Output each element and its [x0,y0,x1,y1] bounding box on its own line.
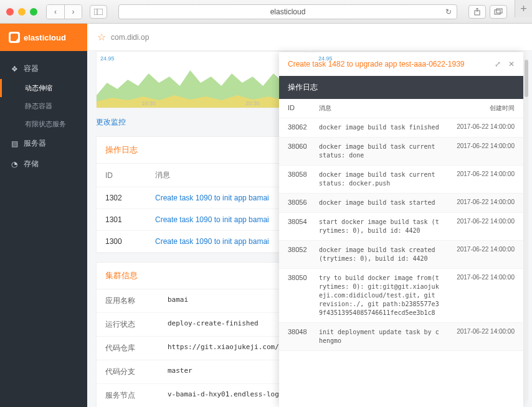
share-icon [473,8,481,16]
breadcrumb: ☆ com.didi.op [87,24,532,51]
server-icon: ▤ [10,139,19,148]
log-link[interactable]: Create task 1090 to init app bamai [155,194,269,202]
drawer-row: 38060docker image build task current sta… [279,138,523,166]
close-icon[interactable]: ✕ [508,60,515,68]
sidebar-toggle-button[interactable] [90,5,107,19]
sidebar-item-containers[interactable]: ❖ 容器 [0,58,87,79]
tabs-icon [494,8,503,16]
forward-button[interactable]: › [64,5,82,19]
sidebar-item-storage[interactable]: ◔ 存储 [0,154,87,174]
sidebar-item-servers[interactable]: ▤ 服务器 [0,133,87,154]
tabs-button[interactable] [490,5,507,19]
drawer-col-msg: 消息 [319,104,441,113]
drawer-row: 38054start docker image build task (tryt… [279,213,523,241]
sidebar-sub-static[interactable]: 静态容器 [0,97,87,115]
drawer-row: 38050try to build docker image from(tryt… [279,269,523,323]
cube-icon: ❖ [10,65,19,73]
close-window[interactable] [6,8,14,16]
log-link[interactable]: Create task 1090 to init app bamai [155,237,269,246]
log-col-id: ID [97,164,146,187]
task-drawer: Create task 1482 to upgrade app test-aaa… [279,52,523,407]
brand-text: elasticloud [24,33,66,42]
address-bar[interactable]: elasticloud ↻ [118,4,457,19]
back-button[interactable]: ‹ [47,5,64,19]
window-controls[interactable] [6,8,37,16]
sidebar: elasticloud ❖ 容器 动态伸缩 静态容器 有限状态服务 ▤ 服务器 … [0,24,87,407]
chart-left: 24.95 19:3020:30 [96,51,305,108]
url-text: elasticloud [270,7,306,16]
link-more-monitoring[interactable]: 更改监控 [96,113,126,136]
drawer-col-id: ID [288,104,313,111]
drawer-row: 38058docker image build task current sta… [279,166,523,194]
drawer-row: 38062docker image build task finished201… [279,118,523,138]
breadcrumb-text: com.didi.op [111,33,149,42]
brand[interactable]: elasticloud [0,24,87,51]
sidebar-sub-dynamic[interactable]: 动态伸缩 [0,79,87,97]
drawer-subtitle: 操作日志 [279,76,523,99]
share-button[interactable] [468,5,486,19]
maximize-window[interactable] [30,8,37,16]
sidebar-sub-fsm[interactable]: 有限状态服务 [0,115,87,133]
new-tab-button[interactable]: + [515,0,532,17]
brand-logo-icon [9,32,20,43]
log-link[interactable]: Create task 1090 to init app bamai [155,215,269,224]
drawer-title: Create task 1482 to upgrade app test-aaa… [288,60,465,68]
svg-rect-3 [495,10,500,14]
expand-icon[interactable]: ⤢ [495,60,501,68]
reload-icon[interactable]: ↻ [445,7,452,16]
scroll-thumb[interactable] [525,60,528,97]
drawer-row: 38056docker image build task started2017… [279,194,523,213]
svg-rect-0 [94,9,103,15]
scrollbar[interactable] [525,60,528,401]
browser-toolbar: ‹ › elasticloud ↻ + [0,0,532,24]
drawer-col-time: 创建时间 [447,104,515,113]
drawer-row: 38048init deployment update task by chen… [279,323,523,351]
panel-icon [94,9,103,15]
minimize-window[interactable] [18,8,26,16]
main-content: ☆ com.didi.op 24.95 19:3020:30 24.95 [87,24,532,407]
drawer-row: 38052docker image build task created(try… [279,241,523,269]
storage-icon: ◔ [10,160,19,169]
star-icon[interactable]: ☆ [97,31,106,43]
svg-rect-4 [496,9,502,13]
